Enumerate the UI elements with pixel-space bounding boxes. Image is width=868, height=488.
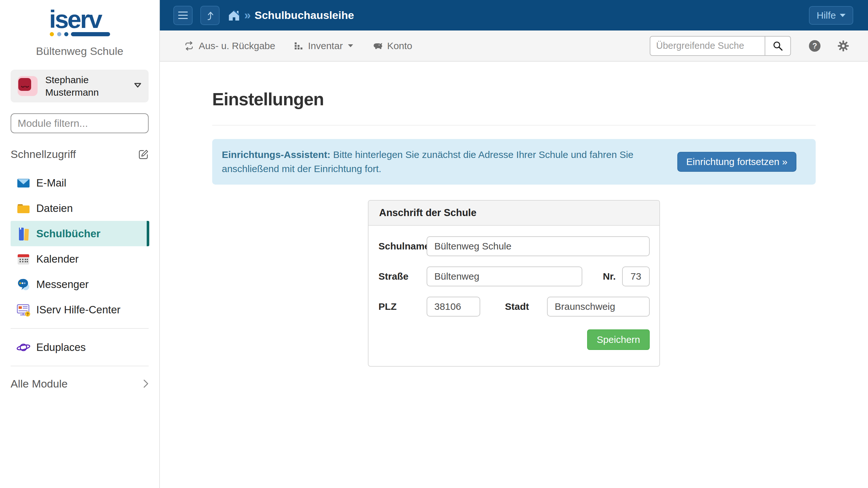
save-button[interactable]: Speichern [587,329,650,350]
gear-icon[interactable] [837,40,849,52]
chevron-down-icon [134,83,142,90]
books-icon [16,226,31,242]
alert-text: Einrichtungs-Assistent: Bitte hinterlege… [222,148,681,176]
arrow-up-icon [205,10,215,21]
school-address-form: Schulname Straße Nr. PLZ Stadt [369,226,659,366]
iserv-logo-dots [49,32,110,37]
plz-field[interactable] [427,297,480,316]
repeat-icon [184,41,194,51]
all-modules-link[interactable]: Alle Module [10,372,149,395]
setup-assistant-alert: Einrichtungs-Assistent: Bitte hinterlege… [212,139,816,185]
school-address-card: Anschrift der Schule Schulname Straße Nr… [368,200,660,367]
sidebar-item-eduplaces[interactable]: Eduplaces [10,335,149,360]
edit-quick-access-icon[interactable] [138,149,149,159]
top-navbar: » Schulbuchausleihe Hilfe [160,0,868,30]
hamburger-icon [178,11,188,19]
user-menu[interactable]: Stephanie Mustermann [10,70,149,102]
schulname-label: Schulname [378,241,427,252]
plz-label: PLZ [378,301,427,312]
nr-label: Nr. [603,271,616,282]
subnav-item-inventar[interactable]: Inventar [294,40,353,51]
iserv-logo-text: iserv [49,9,110,30]
strasse-label: Straße [378,271,427,282]
chevron-right-icon [144,379,149,388]
navigate-up-button[interactable] [200,6,220,25]
caret-down-icon [840,14,845,17]
sidebar-toggle-button[interactable] [173,6,193,25]
module-subnav: Aus- u. Rückgabe Inventar Konto ? [160,30,868,62]
sidebar-item-dateien[interactable]: Dateien [10,195,149,221]
home-icon[interactable] [227,9,241,22]
global-search [650,36,791,56]
search-button[interactable] [765,36,791,56]
sidebar-item-kalender[interactable]: Kalender [10,246,149,272]
sidebar-item-schulbuecher[interactable]: Schulbücher [10,221,149,246]
stadt-field[interactable] [547,297,650,316]
stadt-label: Stadt [505,301,529,312]
schulname-field[interactable] [427,236,650,256]
folder-icon [16,200,31,216]
user-avatar [18,76,37,96]
quick-access-label: Schnellzugriff [10,148,76,160]
main-content: Einstellungen Einrichtungs-Assistent: Bi… [160,62,868,488]
sidebar-divider [10,328,149,329]
module-filter-input[interactable] [10,113,149,133]
user-name: Stephanie Mustermann [45,73,99,98]
search-icon [772,40,783,51]
search-input[interactable] [650,36,765,56]
inventory-icon [294,41,303,51]
iserv-logo[interactable]: iserv [49,9,110,37]
sidebar-item-hilfe-center[interactable]: ? IServ Hilfe-Center [10,297,149,322]
continue-setup-button[interactable]: Einrichtung fortsetzen » [677,152,797,172]
breadcrumb-separator: » [244,9,251,22]
subnav-item-ausgabe[interactable]: Aus- u. Rückgabe [184,40,275,51]
nr-field[interactable] [622,267,650,286]
help-icon[interactable]: ? [809,40,820,52]
email-icon [16,175,31,191]
page-module-title[interactable]: Schulbuchausleihe [254,9,354,22]
planet-icon [16,339,31,356]
sidebar-divider [10,366,149,366]
page-title: Einstellungen [212,89,816,110]
help-dropdown-button[interactable]: Hilfe [809,6,853,25]
subnav-item-konto[interactable]: Konto [372,40,412,51]
help-center-icon: ? [16,302,31,318]
title-divider [212,125,816,125]
school-name: Bültenweg Schule [0,45,159,58]
sidebar-item-email[interactable]: E-Mail [10,170,149,195]
module-menu: E-Mail Dateien Schulbücher [0,170,159,395]
chat-icon [16,276,31,293]
card-title: Anschrift der Schule [369,201,659,226]
strasse-field[interactable] [427,267,582,286]
sidebar-item-messenger[interactable]: Messenger [10,272,149,297]
sidebar: iserv Bültenweg Schule Stephanie Musterm… [0,0,160,488]
calendar-icon [16,251,31,267]
piggy-bank-icon [372,40,383,51]
svg-text:?: ? [26,312,29,316]
caret-down-icon [348,44,353,47]
